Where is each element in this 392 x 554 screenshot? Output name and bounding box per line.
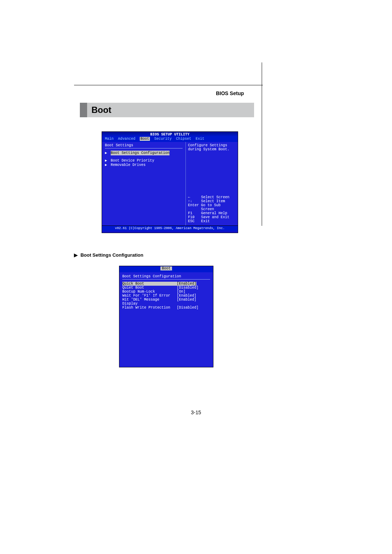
bios-menu-item[interactable]: ▶ Boot Settings Configuration [105,151,183,155]
bios-help-line: Configure Settings [188,143,236,147]
bios2-row[interactable]: Hit 'DEL' Message Display [Enabled] [122,298,210,306]
bios-help-line: during System Boot. [188,147,236,151]
bios-tab-advanced[interactable]: Advanced [118,137,135,141]
bios2-row[interactable]: Bootup Num-Lock [On] [122,290,210,294]
bios-screenshot-main: BIOS SETUP UTILITY Main Advanced Boot Se… [102,131,238,233]
bios-key-list: ← Select Screen ↑↓ Select Item Enter Go … [188,195,236,223]
bios-key-desc: Select Screen [201,195,229,199]
bios-key-row: Enter Go to Sub Screen [188,203,236,211]
bios-key-desc: Go to Sub Screen [201,203,236,211]
bios-key: F10 [188,215,201,219]
bios-key: ↑↓ [188,199,201,203]
page-number: 3-15 [0,410,392,415]
bios-left-divider [105,148,183,148]
bios2-row-label: Wait For 'F1' If Error [122,294,177,298]
bios2-divider [122,279,210,280]
bios-key-row: ← Select Screen [188,195,236,199]
vertical-divider [262,62,262,226]
section-banner: Boot [80,103,254,117]
bios-key-row: F1 General Help [188,211,236,215]
bios-menu-label: Removable Drives [111,163,146,167]
triangle-right-icon: ▶ [74,252,78,258]
bios-menu-item[interactable]: ▶ Removable Drives [105,163,183,167]
bios2-row-value: [Disabled] [177,306,199,310]
bios2-heading: Boot Settings Configuration [122,274,210,278]
bios-key-desc: Exit [201,219,210,223]
bios-menu-item[interactable]: ▶ Boot Device Priority [105,158,183,163]
triangle-right-icon: ▶ [105,159,107,163]
banner-accent [80,103,87,117]
spacer [105,155,183,158]
subsection-title: Boot Settings Configuration [81,252,143,258]
bios2-row[interactable]: Quick Boot [Enabled] [122,282,210,286]
bios2-body: Boot Settings Configuration Quick Boot [… [119,272,213,312]
bios-key-desc: General Help [201,211,227,215]
document-page: BIOS Setup Boot BIOS SETUP UTILITY Main … [0,0,392,554]
bios-menu-label: Boot Settings Configuration [111,151,170,155]
bios2-row-label: Quick Boot [122,282,177,286]
bios-tab-main[interactable]: Main [105,137,114,141]
bios-footer: v02.61 (C)Copyright 1985-2006, American … [102,225,238,231]
subsection-heading: ▶ Boot Settings Configuration [74,252,143,258]
bios-help-pane: Configure Settings during System Boot. ←… [186,142,238,225]
bios2-row-label: Bootup Num-Lock [122,290,177,294]
bios2-row-value: [Disabled] [177,286,199,290]
bios2-row-value: [Enabled] [177,294,196,298]
bios2-tab: Boot [160,266,172,270]
bios2-row-value: [Enabled] [177,298,196,306]
bios-key-row: ESC Exit [188,219,236,223]
triangle-right-icon: ▶ [105,163,107,167]
bios2-row-label: Quiet Boot [122,286,177,290]
bios-key: F1 [188,211,201,215]
page-section-label: BIOS Setup [216,90,244,96]
section-title: Boot [91,105,111,115]
bios-key: ← [188,195,201,199]
bios-body: Boot Settings ▶ Boot Settings Configurat… [102,142,238,225]
bios2-row-value: [Enabled] [177,282,196,286]
bios-tab-security[interactable]: Security [154,137,172,141]
bios2-row-label: Flash Write Protection [122,306,177,310]
bios2-row[interactable]: Quiet Boot [Disabled] [122,286,210,290]
bios-tab-exit[interactable]: Exit [196,137,204,141]
horizontal-rule [74,85,263,85]
bios-key-desc: Select Item [201,199,225,203]
bios2-row[interactable]: Wait For 'F1' If Error [Enabled] [122,294,210,298]
bios-left-heading: Boot Settings [105,143,183,147]
bios-title-bar: BIOS SETUP UTILITY [102,132,238,137]
bios-key-row: F10 Save and Exit [188,215,236,219]
bios2-row-value: [On] [177,290,185,294]
triangle-right-icon: ▶ [105,151,107,155]
bios-key-desc: Save and Exit [201,215,229,219]
bios-tab-row: Main Advanced Boot Security Chipset Exit [102,137,238,142]
bios-key: ESC [188,219,201,223]
bios-key-row: ↑↓ Select Item [188,199,236,203]
bios-screenshot-sub: Boot Boot Settings Configuration Quick B… [119,266,213,367]
bios-tab-chipset[interactable]: Chipset [176,137,191,141]
bios-left-pane: Boot Settings ▶ Boot Settings Configurat… [102,142,186,225]
bios2-tabbar: Boot [119,266,213,272]
bios2-row-label: Hit 'DEL' Message Display [122,298,177,306]
bios-key: Enter [188,203,201,211]
bios2-row[interactable]: Flash Write Protection [Disabled] [122,306,210,310]
bios-tab-boot[interactable]: Boot [140,137,150,141]
